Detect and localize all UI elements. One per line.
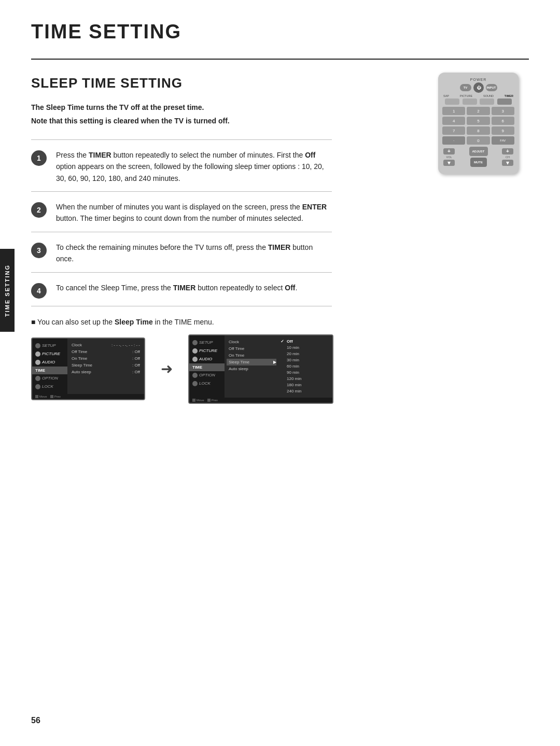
sidebar-item-lock-r: LOCK: [189, 379, 225, 388]
lock-icon: [35, 384, 40, 389]
title-divider: [31, 59, 529, 60]
step-1-number: 1: [31, 150, 47, 166]
sidebar-item-time-r: TIME: [189, 363, 225, 371]
step-1-text: Press the TIMER button repeatedly to sel…: [56, 149, 332, 184]
num-8-button[interactable]: 8: [467, 126, 489, 135]
note-bullet: ■: [31, 318, 37, 326]
sidebar-item-audio: AUDIO: [32, 358, 67, 367]
num-2-button[interactable]: 2: [467, 107, 489, 115]
vol-up-button[interactable]: +: [443, 148, 455, 154]
submenu-90min: 90 min: [281, 370, 328, 376]
sidebar-item-audio-r: AUDIO: [189, 355, 225, 363]
menu-screen-right: SETUP PICTURE AUDIO TIME OPTION LOCK: [188, 334, 333, 404]
timer-button[interactable]: [497, 98, 512, 105]
step-4-text: To cancel the Sleep Time, press the TIME…: [56, 282, 297, 293]
sap-button[interactable]: [445, 98, 459, 105]
num-5-button[interactable]: 5: [467, 117, 489, 125]
ch-label: CH: [506, 156, 510, 159]
step-1: 1 Press the TIMER button repeatedly to s…: [31, 140, 332, 192]
bottom-controls: + VOL ▾ ADJUST MUTE + CH ▾: [442, 147, 514, 167]
page-title: TIME SETTING: [31, 21, 529, 43]
step-4-number: 4: [31, 283, 47, 299]
vol-label: VOL: [446, 156, 452, 159]
mute-button[interactable]: MUTE: [470, 158, 487, 167]
menu-footer-left: Move Prev: [32, 394, 144, 399]
option-icon-r: [192, 373, 198, 378]
num-0-button[interactable]: 0: [467, 136, 489, 145]
power-label: POWER: [442, 78, 514, 81]
step-2: 2 When the number of minutes you want is…: [31, 192, 332, 232]
sidebar-item-option-r: OPTION: [189, 371, 225, 379]
note-line: ■ You can also set up the Sleep Time in …: [31, 318, 529, 326]
numpad: 1 2 3 4 5 6 7 8 9 - 0 FAV: [442, 107, 514, 145]
submenu-180min: 180 min: [281, 382, 328, 388]
right-menu-content-area: Clock Off Time On Time Sleep Time ▶: [225, 335, 332, 398]
picture-icon: [35, 351, 40, 357]
submenu-120min: 120 min: [281, 376, 328, 382]
input-button[interactable]: INPUT: [486, 84, 497, 91]
option-icon: [35, 376, 40, 381]
audio-icon: [35, 360, 40, 365]
sap-label: SAP: [443, 94, 449, 97]
timer-label: TIMER: [505, 94, 513, 97]
menu-footer-right: Move Prev: [189, 398, 332, 403]
fav-button[interactable]: FAV: [492, 136, 514, 145]
menu-screen-left: SETUP PICTURE AUDIO TIME OPTION LOCK: [31, 337, 145, 400]
menu-row-offtime: Off Time : Off: [72, 348, 140, 355]
picture-button[interactable]: [463, 98, 477, 105]
sidebar-item-lock: LOCK: [32, 383, 67, 391]
ch-down-button[interactable]: ▾: [502, 160, 513, 166]
sidebar-item-option: OPTION: [32, 374, 67, 383]
num-7-button[interactable]: 7: [442, 126, 465, 135]
menu-row-clock: Clock : - - -, - -, - - : - -: [72, 342, 140, 348]
menu-row-autosleep-r: Auto sleep: [229, 365, 276, 372]
step-2-number: 2: [31, 202, 47, 218]
sound-button[interactable]: [480, 98, 494, 105]
num-6-button[interactable]: 6: [492, 117, 514, 125]
power-button[interactable]: ⏻: [473, 82, 484, 93]
sound-label: SOUND: [483, 94, 494, 97]
remote-control: POWER TV ⏻ INPUT SAP PICTURE SOUND TIMER: [438, 73, 519, 174]
sidebar-item-time: TIME: [32, 367, 67, 374]
dash-button[interactable]: -: [442, 136, 465, 145]
menu-content-left: Clock : - - -, - -, - - : - - Off Time :…: [67, 339, 144, 394]
move-icon-right: [192, 399, 195, 402]
sidebar-item-setup-r: SETUP: [189, 339, 225, 347]
menu-row-offtime-r: Off Time: [229, 345, 276, 352]
menu-sidebar-right: SETUP PICTURE AUDIO TIME OPTION LOCK: [189, 335, 225, 398]
num-4-button[interactable]: 4: [442, 117, 465, 125]
num-3-button[interactable]: 3: [492, 107, 514, 115]
submenu-240min: 240 min: [281, 388, 328, 395]
lock-icon-r: [192, 381, 198, 386]
ch-control: + CH ▾: [502, 148, 513, 166]
steps-area: 1 Press the TIMER button repeatedly to s…: [31, 139, 332, 306]
prev-icon-right: [207, 399, 211, 402]
menu-row-ontime-r: On Time: [229, 352, 276, 359]
adjust-button[interactable]: ADJUST: [469, 147, 488, 156]
submenu-20min: 20 min: [281, 351, 328, 357]
submenu-options: ✓ Off 10 min 20 min 30 min 60 min: [276, 335, 332, 398]
setup-icon: [35, 343, 40, 348]
num-9-button[interactable]: 9: [492, 126, 514, 135]
step-2-text: When the number of minutes you want is d…: [56, 201, 332, 224]
move-icon-left: [35, 395, 38, 398]
menu-row-ontime: On Time : Off: [72, 355, 140, 362]
menu-row-sleeptime: Sleep Time : Off: [72, 362, 140, 369]
menu-sidebar-left: SETUP PICTURE AUDIO TIME OPTION LOCK: [32, 339, 67, 394]
setup-icon-r: [192, 340, 198, 345]
menu-transition-arrow: ➜: [161, 360, 173, 377]
ch-up-button[interactable]: +: [502, 148, 513, 154]
menu-screenshots: SETUP PICTURE AUDIO TIME OPTION LOCK: [31, 334, 529, 404]
submenu-off: ✓ Off: [281, 339, 328, 345]
menu-content-right: Clock Off Time On Time Sleep Time ▶: [225, 335, 276, 398]
audio-icon-r: [192, 357, 198, 362]
step-3-number: 3: [31, 243, 47, 258]
tv-button[interactable]: TV: [460, 84, 471, 91]
menu-row-sleeptime-r: Sleep Time ▶: [227, 359, 278, 365]
vol-down-button[interactable]: ▾: [443, 160, 455, 166]
vol-control: + VOL ▾: [443, 148, 455, 166]
num-1-button[interactable]: 1: [442, 107, 465, 115]
submenu-60min: 60 min: [281, 363, 328, 370]
step-3: 3 To check the remaining minutes before …: [31, 232, 332, 273]
side-tab: TIME SETTING: [0, 249, 15, 332]
